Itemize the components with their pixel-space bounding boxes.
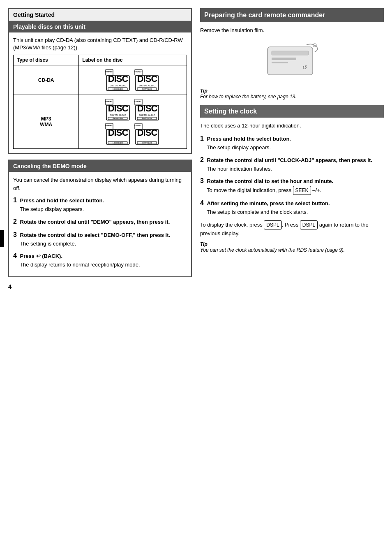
clock-step-1: 1 Press and hold the select button. The … (200, 134, 384, 152)
table-row: CD-DA COMPACT DISC (14, 65, 187, 95)
preparing-intro-text: Remove the insulation film. (200, 26, 384, 35)
step-body: The setup is complete and the clock star… (207, 208, 384, 216)
playable-discs-body: This unit can play CD-DA (also containin… (9, 32, 191, 153)
getting-started-section: Getting Started Playable discs on this u… (8, 8, 192, 154)
step-number: 3 (13, 231, 17, 238)
svg-text:↺: ↺ (302, 64, 307, 71)
page-number: 4 (8, 283, 192, 290)
step-number: 3 (200, 177, 204, 184)
cancel-demo-section: Canceling the DEMO mode You can cancel t… (8, 160, 192, 277)
svg-text:DISC: DISC (108, 103, 129, 114)
step-title: Rotate the control dial to set the hour … (207, 178, 334, 184)
cancel-demo-steps: 1 Press and hold the select button. The … (13, 195, 187, 269)
setting-clock-header: Setting the clock (200, 105, 384, 118)
preparing-intro: Remove the insulation film. (200, 26, 384, 35)
clock-tip-label: Tip (200, 241, 384, 247)
cancel-demo-body: You can cancel the demonstration display… (9, 172, 191, 276)
preparing-title: Preparing the card remote commander (204, 12, 380, 19)
step-title: Press ↩ (BACK). (20, 253, 62, 259)
disc-icon-mp3-rewritable: COMPACT DISC DIGITAL AUDIO ReWritable (134, 98, 161, 121)
step-body: The hour indication flashes. (207, 165, 384, 173)
tip-label: Tip (200, 88, 384, 94)
clock-steps: 1 Press and hold the select button. The … (200, 134, 384, 216)
playable-discs-header: Playable discs on this unit (9, 21, 191, 32)
clock-footer-text: To display the clock, press DSPL. Press … (200, 220, 384, 238)
step-title: Press and hold the select button. (207, 136, 291, 142)
disc-labels-cdda: COMPACT DISC DIGITAL AUDIO Recordable (79, 65, 187, 95)
step-number: 4 (200, 199, 204, 206)
disc-icon-wma-recordable: COMPACT DISC Recordable (105, 123, 131, 145)
svg-text:DIGITAL AUDIO: DIGITAL AUDIO (110, 84, 126, 87)
svg-text:COMPACT: COMPACT (134, 100, 143, 102)
svg-text:DIGITAL AUDIO: DIGITAL AUDIO (139, 114, 155, 116)
svg-text:DIGITAL AUDIO: DIGITAL AUDIO (110, 114, 126, 116)
step-title: Rotate the control dial until "CLOCK-ADJ… (207, 157, 372, 163)
playable-discs-intro: This unit can play CD-DA (also containin… (13, 37, 187, 51)
disc-icon-mp3-recordable: COMPACT DISC DIGITAL AUDIO Recordable (105, 98, 131, 121)
disc-icon-wma-rewritable: COMPACT DISC ReWritable (134, 123, 161, 145)
cancel-step-1: 1 Press and hold the select button. The … (13, 195, 187, 213)
disc-icon-cdda-recordable: COMPACT DISC DIGITAL AUDIO Recordable (105, 69, 131, 91)
cancel-step-3: 3 Rotate the control dial to select "DEM… (13, 230, 187, 248)
clock-intro-text: The clock uses a 12-hour digital indicat… (200, 122, 384, 130)
step-body: The setup display appears. (207, 144, 384, 152)
svg-text:DIGITAL AUDIO: DIGITAL AUDIO (139, 84, 155, 87)
clock-step-4: 4 After setting the minute, press the se… (200, 198, 384, 216)
clock-intro: The clock uses a 12-hour digital indicat… (200, 122, 384, 130)
clock-tip: Tip You can set the clock automatically … (200, 241, 384, 253)
table-col1-header: Type of discs (14, 55, 79, 65)
seek-key: SEEK (293, 186, 311, 195)
svg-text:DISC: DISC (108, 74, 129, 84)
right-column: Preparing the card remote commander Remo… (200, 8, 384, 290)
clock-footer: To display the clock, press DSPL. Press … (200, 220, 384, 238)
svg-text:Recordable: Recordable (113, 88, 123, 90)
dspl-key-1: DSPL (264, 220, 281, 229)
card-image-svg: ↺ (259, 39, 325, 84)
svg-text:DISC: DISC (137, 74, 158, 84)
cancel-demo-intro: You can cancel the demonstration display… (13, 176, 187, 192)
page-indicator-bar (0, 230, 4, 247)
svg-text:COMPACT: COMPACT (105, 100, 113, 102)
step-body: To move the digital indication, press SE… (207, 186, 384, 195)
disc-type-mp3wma: MP3WMA (14, 95, 79, 149)
svg-text:COMPACT: COMPACT (134, 71, 143, 73)
cancel-step-2: 2 Rotate the control dial until "DEMO" a… (13, 217, 187, 227)
cancel-step-4: 4 Press ↩ (BACK). The display returns to… (13, 251, 187, 269)
preparing-section-header: Preparing the card remote commander (200, 8, 384, 22)
card-commander-image: ↺ (200, 39, 384, 84)
step-number: 2 (13, 218, 17, 225)
clock-step-3: 3 Rotate the control dial to set the hou… (200, 176, 384, 195)
step-number: 1 (200, 135, 204, 142)
clock-tip-text: You can set the clock automatically with… (200, 247, 384, 253)
disc-table: Type of discs Label on the disc CD-DA (13, 55, 187, 149)
svg-text:Recordable: Recordable (113, 117, 123, 120)
svg-text:DISC: DISC (137, 127, 158, 138)
preparing-tip: Tip For how to replace the battery, see … (200, 88, 384, 100)
table-row: MP3WMA COMPACT DISC (14, 95, 187, 149)
clock-step-2: 2 Rotate the control dial until "CLOCK-A… (200, 155, 384, 173)
svg-text:Recordable: Recordable (113, 141, 123, 144)
step-title: Press and hold the select button. (20, 197, 104, 204)
disc-type-cdda: CD-DA (14, 65, 79, 95)
tip-text: For how to replace the battery, see page… (200, 94, 384, 100)
svg-rect-42 (272, 58, 296, 60)
step-title: Rotate the control dial until "DEMO" app… (20, 219, 170, 225)
step-title: After setting the minute, press the sele… (207, 200, 330, 206)
step-body: The setup display appears. (20, 205, 187, 213)
disc-labels-mp3wma: COMPACT DISC DIGITAL AUDIO Recordable (79, 95, 187, 149)
disc-icon-cdda-rewritable: COMPACT DISC DIGITAL AUDIO ReWritable (134, 69, 161, 91)
svg-text:COMPACT: COMPACT (105, 71, 113, 73)
step-body: The display returns to normal reception/… (20, 261, 187, 269)
step-title: Rotate the control dial to select "DEMO-… (20, 232, 171, 238)
svg-text:ReWritable: ReWritable (142, 117, 152, 120)
svg-rect-43 (272, 62, 288, 63)
table-col2-header: Label on the disc (79, 55, 187, 65)
step-number: 1 (13, 197, 17, 204)
dspl-key-2: DSPL (300, 220, 318, 229)
step-number: 4 (13, 252, 17, 259)
svg-text:COMPACT: COMPACT (134, 125, 143, 127)
svg-text:COMPACT: COMPACT (105, 125, 113, 127)
svg-text:ReWritable: ReWritable (142, 141, 152, 144)
cancel-demo-header: Canceling the DEMO mode (9, 160, 191, 172)
step-body: The setting is complete. (20, 240, 187, 248)
